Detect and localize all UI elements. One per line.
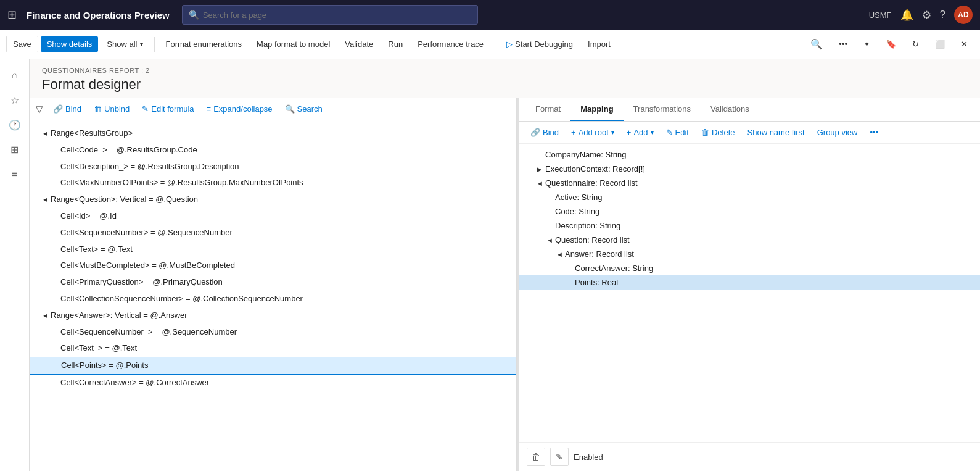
expand-collapse-button[interactable]: ≡ Expand/collapse: [202, 102, 278, 116]
toolbar-right-icons: 🔍 ••• ✦ 🔖 ↻ ⬜ ✕: [804, 35, 974, 53]
tree-item[interactable]: Cell<Description_> = @.ResultsGroup.Desc…: [30, 159, 516, 175]
performance-trace-button[interactable]: Performance trace: [411, 36, 490, 52]
left-panel: ▽ 🔗 Bind 🗑 Unbind ✎ Edit formula ≡: [30, 98, 517, 471]
tree-item[interactable]: Cell<Points> = @.Points: [30, 357, 516, 375]
sidebar-list-icon[interactable]: ≡: [4, 163, 26, 185]
add-root-button[interactable]: + Add root ▾: [566, 125, 619, 140]
app-title: Finance and Operations Preview: [27, 10, 170, 20]
toolbar-close-icon[interactable]: ✕: [955, 35, 974, 53]
sidebar-home-icon[interactable]: ⌂: [4, 64, 26, 86]
right-tree-item[interactable]: CompanyName: String: [519, 148, 980, 162]
left-sidebar: ⌂ ☆ 🕐 ⊞ ≡: [0, 59, 30, 471]
topnav-right: USMF 🔔 ⚙ ? AD: [869, 6, 973, 24]
page-title: Format designer: [42, 77, 968, 93]
tree-item[interactable]: Cell<SequenceNumber> = @.SequenceNumber: [30, 225, 516, 241]
toolbar-expand-icon[interactable]: ⬜: [929, 35, 951, 53]
bind-button-left[interactable]: 🔗 Bind: [48, 102, 86, 116]
tree-item[interactable]: Cell<Text> = @.Text: [30, 241, 516, 258]
bind-link-icon: 🔗: [53, 104, 63, 114]
add-root-icon: +: [571, 128, 576, 137]
save-button[interactable]: Save: [6, 36, 38, 52]
notification-icon[interactable]: 🔔: [900, 9, 913, 22]
right-tree-item[interactable]: Code: String: [519, 204, 980, 219]
tab-mapping[interactable]: Mapping: [570, 98, 623, 121]
tab-transformations[interactable]: Transformations: [624, 98, 701, 121]
filter-icon[interactable]: ▽: [36, 104, 43, 115]
bind-button-right[interactable]: 🔗 Bind: [525, 125, 564, 140]
left-tree: ◄Range<ResultsGroup>Cell<Code_> = @.Resu…: [30, 120, 516, 471]
right-tree-item[interactable]: ◄ Question: Record list: [519, 233, 980, 247]
show-name-first-button[interactable]: Show name first: [743, 125, 810, 140]
toolbar-more-icon[interactable]: •••: [833, 35, 854, 53]
tree-item[interactable]: Cell<CollectionSequenceNumber> = @.Colle…: [30, 291, 516, 307]
tab-bar: FormatMappingTransformationsValidations: [519, 98, 980, 122]
tree-item[interactable]: Cell<PrimaryQuestion> = @.PrimaryQuestio…: [30, 274, 516, 291]
edit-formula-icon: ✎: [142, 104, 149, 114]
group-view-button[interactable]: Group view: [812, 125, 863, 140]
global-search-bar[interactable]: 🔍: [182, 5, 478, 25]
show-details-button[interactable]: Show details: [41, 36, 99, 52]
right-tree-item[interactable]: ◄ Questionnaire: Record list: [519, 176, 980, 190]
run-button[interactable]: Run: [382, 36, 409, 52]
tab-format[interactable]: Format: [525, 98, 570, 121]
validate-button[interactable]: Validate: [339, 36, 379, 52]
tree-item[interactable]: Cell<Code_> = @.ResultsGroup.Code: [30, 142, 516, 159]
right-tree-item[interactable]: Description: String: [519, 219, 980, 233]
user-avatar[interactable]: AD: [954, 6, 973, 24]
sidebar-recent-icon[interactable]: 🕐: [4, 114, 26, 136]
right-tree-item[interactable]: Active: String: [519, 190, 980, 204]
footer-status: Enabled: [574, 452, 603, 462]
right-tree-item[interactable]: CorrectAnswer: String: [519, 261, 980, 275]
tree-item[interactable]: Cell<Text_> = @.Text: [30, 340, 516, 357]
tree-item[interactable]: Cell<CorrectAnswer> = @.CorrectAnswer: [30, 375, 516, 391]
right-more-button[interactable]: •••: [865, 125, 883, 140]
usmf-label: USMF: [869, 10, 892, 20]
tab-validations[interactable]: Validations: [701, 98, 759, 121]
tree-item[interactable]: Cell<SequenceNumber_> = @.SequenceNumber: [30, 324, 516, 341]
right-tree-item[interactable]: Points: Real: [519, 275, 980, 290]
add-button-right[interactable]: + Add ▾: [622, 125, 659, 140]
start-debugging-button[interactable]: ▷ Start Debugging: [500, 36, 579, 52]
left-panel-toolbar: ▽ 🔗 Bind 🗑 Unbind ✎ Edit formula ≡: [30, 98, 516, 120]
top-navbar: ⊞ Finance and Operations Preview 🔍 USMF …: [0, 0, 980, 30]
map-format-button[interactable]: Map format to model: [250, 36, 336, 52]
tree-item[interactable]: ◄Range<Answer>: Vertical = @.Answer: [30, 307, 516, 324]
import-button[interactable]: Import: [582, 36, 617, 52]
toolbar-refresh-icon[interactable]: ↻: [906, 35, 925, 53]
tree-item[interactable]: Cell<MustBeCompleted> = @.MustBeComplete…: [30, 257, 516, 274]
format-enumerations-button[interactable]: Format enumerations: [160, 36, 249, 52]
search-input[interactable]: [203, 10, 471, 20]
search-button-left[interactable]: 🔍 Search: [280, 102, 327, 116]
footer-delete-button[interactable]: 🗑: [527, 448, 545, 466]
edit-right-icon: ✎: [666, 128, 673, 137]
footer-edit-button[interactable]: ✎: [550, 448, 569, 466]
settings-icon[interactable]: ⚙: [922, 9, 931, 22]
delete-button-right[interactable]: 🗑 Delete: [696, 125, 740, 140]
right-tree: CompanyName: String▶ ExecutionContext: R…: [519, 144, 980, 442]
right-tree-item[interactable]: ◄ Answer: Record list: [519, 247, 980, 261]
sidebar-star-icon[interactable]: ☆: [4, 89, 26, 111]
right-panel-footer: 🗑 ✎ Enabled: [519, 442, 980, 471]
toolbar-bookmark-icon[interactable]: 🔖: [880, 35, 902, 53]
tree-item[interactable]: Cell<MaxNumberOfPoints> = @.ResultsGroup…: [30, 175, 516, 191]
right-panel: FormatMappingTransformationsValidations …: [519, 98, 980, 471]
right-tree-item[interactable]: ▶ ExecutionContext: Record[!]: [519, 162, 980, 176]
show-all-button[interactable]: Show all ▾: [101, 36, 149, 52]
tree-item[interactable]: ◄Range<Question>: Vertical = @.Question: [30, 191, 516, 208]
expand-icon: ≡: [207, 104, 212, 114]
search-icon: 🔍: [189, 10, 199, 20]
search-left-icon: 🔍: [285, 104, 295, 114]
waffle-icon[interactable]: ⊞: [7, 8, 17, 22]
tree-item[interactable]: Cell<Id> = @.Id: [30, 208, 516, 225]
sidebar-modules-icon[interactable]: ⊞: [4, 138, 26, 160]
unbind-button[interactable]: 🗑 Unbind: [89, 102, 134, 116]
edit-button-right[interactable]: ✎ Edit: [661, 125, 694, 140]
show-all-chevron: ▾: [140, 41, 143, 48]
toolbar-sep-2: [495, 37, 495, 52]
toolbar-puzzle-icon[interactable]: ✦: [857, 35, 876, 53]
toolbar-search-icon[interactable]: 🔍: [804, 35, 829, 53]
edit-formula-button[interactable]: ✎ Edit formula: [137, 102, 199, 116]
add-right-icon: +: [627, 128, 632, 137]
help-icon[interactable]: ?: [940, 9, 945, 21]
tree-item[interactable]: ◄Range<ResultsGroup>: [30, 125, 516, 142]
